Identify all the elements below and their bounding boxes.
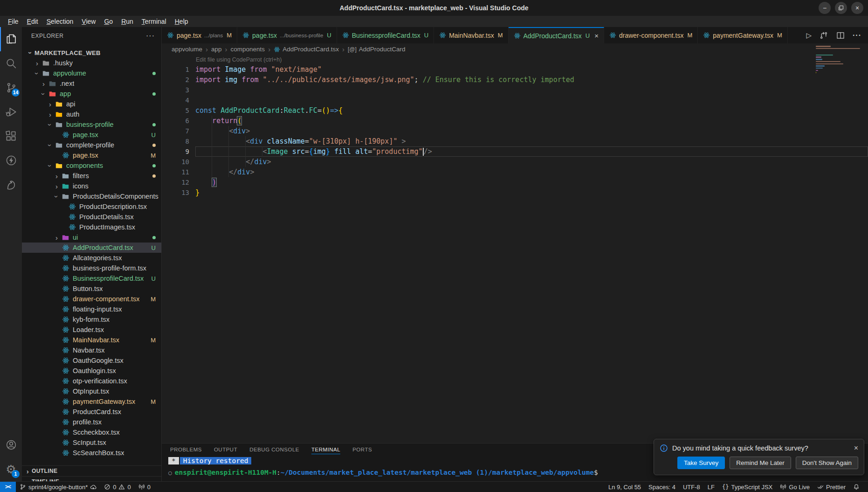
code-line-12[interactable]: 12 ) [162, 177, 868, 187]
remote-indicator[interactable]: >< [0, 482, 16, 492]
tree-item-api[interactable]: ›api [22, 99, 161, 109]
tree-item-otp-verification-tsx[interactable]: otp-verification.tsx [22, 376, 161, 386]
explorer-icon[interactable] [0, 27, 22, 51]
tree-item-allcategories-tsx[interactable]: Allcategories.tsx [22, 253, 161, 263]
close-icon[interactable]: × [594, 32, 599, 40]
tab-paymentgateway-tsx[interactable]: paymentGateway.tsxM [698, 27, 788, 43]
panel-tab-ports[interactable]: PORTS [352, 447, 372, 454]
run-and-debug-icon[interactable] [0, 100, 22, 124]
tree-item-mainnavbar-tsx[interactable]: MainNavbar.tsxM [22, 335, 161, 345]
cursor-position[interactable]: Ln 9, Col 55 [605, 484, 645, 491]
close-icon[interactable]: × [851, 2, 863, 14]
panel-tab-terminal[interactable]: TERMINAL [311, 447, 340, 454]
tree-item-profile-tsx[interactable]: profile.tsx [22, 417, 161, 427]
open-changes-icon[interactable] [819, 31, 828, 40]
tree-item-productcard-tsx[interactable]: ProductCard.tsx [22, 407, 161, 417]
panel-tab-output[interactable]: OUTPUT [214, 447, 237, 454]
minimap[interactable] [816, 46, 862, 74]
tree-item-complete-profile[interactable]: ›complete-profile [22, 140, 161, 150]
take-survey-button[interactable]: Take Survey [677, 457, 725, 469]
language-mode[interactable]: {}TypeScript JSX [718, 484, 776, 491]
go-live[interactable]: Go Live [776, 484, 813, 491]
broadcast-status[interactable]: 0 [135, 482, 154, 492]
breadcrumb-item-components[interactable]: components [231, 46, 265, 53]
code-line-7[interactable]: 7 <div> [162, 126, 868, 136]
code-line-6[interactable]: 6 return( [162, 116, 868, 126]
eol[interactable]: LF [704, 484, 718, 491]
tree-item-page-tsx[interactable]: page.tsxM [22, 150, 161, 160]
breadcrumb-item-app[interactable]: app [211, 46, 222, 53]
code-line-4[interactable]: 4 [162, 95, 868, 105]
tree-item-paymentgateway-tsx[interactable]: paymentGateway.tsxM [22, 396, 161, 407]
tree-item-drawer-component-tsx[interactable]: drawer-component.tsxM [22, 294, 161, 304]
notifications-bell[interactable] [849, 484, 863, 490]
code-line-2[interactable]: 2import img from "../../public/assets/im… [162, 75, 868, 85]
tree-item-navbar-tsx[interactable]: Navbar.tsx [22, 345, 161, 355]
tree-item-addproductcard-tsx[interactable]: AddProductCard.tsxU [22, 243, 161, 253]
problems-status[interactable]: 00 [100, 482, 134, 492]
indentation[interactable]: Spaces: 4 [645, 484, 679, 491]
menu-file[interactable]: File [4, 17, 23, 26]
branch-status[interactable]: sprint4/google-button* [16, 482, 100, 492]
tree-item-sccheckbox-tsx[interactable]: Sccheckbox.tsx [22, 427, 161, 437]
close-icon[interactable]: × [854, 444, 858, 452]
code-line-8[interactable]: 8 <div className="w-[310px] h-[190px]" > [162, 136, 868, 146]
code-editor[interactable]: Edit file using CodeParrot (ctrl+h) 1imp… [162, 55, 868, 443]
tree-item-business-profile-form-tsx[interactable]: business-profile-form.tsx [22, 263, 161, 273]
tree-item-businessprofilecard-tsx[interactable]: BusinessprofileCard.tsxU [22, 273, 161, 284]
tree-item-ui[interactable]: ›ui [22, 232, 161, 243]
tree-item-productdetails-tsx[interactable]: ProductDetails.tsx [22, 212, 161, 222]
code-line-5[interactable]: 5const AddProductCard:React.FC=()=>{ [162, 105, 868, 116]
tab-businessprofilecard-tsx[interactable]: BusinessprofileCard.tsxU [337, 27, 434, 43]
tree-item-otpinput-tsx[interactable]: OtpInput.tsx [22, 386, 161, 396]
menu-terminal[interactable]: Terminal [138, 17, 171, 26]
tab-mainnavbar-tsx[interactable]: MainNavbar.tsxM [434, 27, 508, 43]
tree-item-scinput-tsx[interactable]: ScInput.tsx [22, 437, 161, 448]
encoding[interactable]: UTF-8 [679, 484, 704, 491]
code-line-9[interactable]: 9 <Image src={img} fill alt="productimg"… [162, 146, 868, 157]
thunder-client-icon[interactable] [0, 148, 22, 173]
minimize-icon[interactable]: − [819, 2, 831, 14]
restore-icon[interactable] [835, 2, 847, 14]
menu-go[interactable]: Go [100, 17, 117, 26]
search-icon[interactable] [0, 51, 22, 76]
remind-me-later-button[interactable]: Remind Me Later [730, 457, 791, 469]
timeline-section[interactable]: › TIMELINE [22, 476, 161, 481]
tree-item-productsdetailscomponents[interactable]: ›ProductsDetailsComponents [22, 191, 161, 201]
breadcrumb-item-addproductcard-tsx[interactable]: AddProductCard.tsx [274, 46, 339, 53]
prettier[interactable]: Prettier [813, 484, 849, 491]
tab-addproductcard-tsx[interactable]: AddProductCard.tsxU× [509, 27, 604, 43]
tree-item-kyb-form-tsx[interactable]: kyb-form.tsx [22, 314, 161, 325]
menu-help[interactable]: Help [171, 17, 193, 26]
code-line-13[interactable]: 13} [162, 187, 868, 198]
menu-selection[interactable]: Selection [42, 17, 78, 26]
more-actions-icon[interactable]: ··· [853, 31, 861, 40]
split-editor-icon[interactable] [836, 31, 845, 40]
tree-item-loader-tsx[interactable]: Loader.tsx [22, 325, 161, 335]
tree-item-marketplace-web[interactable]: ›MARKETPLACE_WEB [22, 48, 161, 58]
code-line-10[interactable]: 10 </div> [162, 157, 868, 167]
code-line-11[interactable]: 11 </div> [162, 167, 868, 177]
tree-item-husky[interactable]: ›.husky [22, 58, 161, 68]
don-t-show-again-button[interactable]: Don't Show Again [796, 457, 858, 469]
tree-item-oauthlogin-tsx[interactable]: Oauthlogin.tsx [22, 366, 161, 376]
tree-item-page-tsx[interactable]: page.tsxU [22, 130, 161, 140]
tree-item-icons[interactable]: ›icons [22, 181, 161, 191]
tree-item-productdescription-tsx[interactable]: ProductDescription.tsx [22, 201, 161, 212]
tree-item-floating-input-tsx[interactable]: floating-input.tsx [22, 304, 161, 314]
menu-edit[interactable]: Edit [23, 17, 42, 26]
tree-item-auth[interactable]: ›auth [22, 109, 161, 119]
tree-item-next[interactable]: ›.next [22, 78, 161, 89]
breadcrumb-item-addproductcard[interactable]: [@]AddProductCard [348, 46, 406, 53]
tab-page-tsx-business-profile[interactable]: page.tsx.../business-profileU [237, 27, 337, 43]
tree-item-button-tsx[interactable]: Button.tsx [22, 284, 161, 294]
panel-tab-debug-console[interactable]: DEBUG CONSOLE [249, 447, 299, 454]
explorer-actions-icon[interactable]: ··· [146, 32, 155, 40]
tree-item-productimages-tsx[interactable]: ProductImages.tsx [22, 222, 161, 232]
codeparrot-icon[interactable] [0, 173, 22, 197]
menu-view[interactable]: View [77, 17, 100, 26]
tree-item-scsearchbox-tsx[interactable]: ScSearchBox.tsx [22, 448, 161, 458]
source-control-icon[interactable]: 14 [0, 76, 22, 100]
settings-icon[interactable]: ⚙1 [0, 457, 22, 481]
breadcrumb-item-appvolume[interactable]: appvolume [172, 46, 202, 53]
